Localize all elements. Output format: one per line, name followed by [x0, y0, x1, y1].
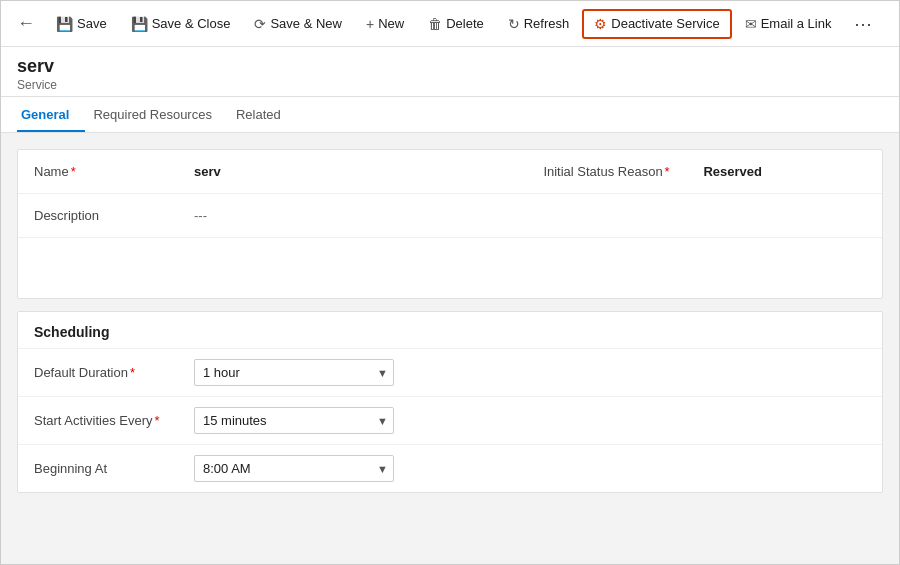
initial-status-value[interactable]: Reserved [703, 164, 762, 179]
default-duration-label: Default Duration* [34, 365, 194, 380]
beginning-at-row: Beginning At 8:00 AM 9:00 AM 10:00 AM ▼ [18, 445, 882, 492]
description-value[interactable]: --- [194, 208, 207, 223]
deactivate-icon: ⚙ [594, 16, 607, 32]
name-label: Name* [34, 164, 194, 179]
more-icon: ⋯ [854, 14, 872, 34]
email-link-button[interactable]: ✉ Email a Link [734, 10, 843, 38]
default-duration-wrapper: 1 hour 30 minutes 2 hours 4 hours ▼ [194, 359, 394, 386]
name-row: Name* serv Initial Status Reason* Reserv… [18, 150, 882, 194]
save-new-button[interactable]: ⟳ Save & New [243, 10, 353, 38]
start-activities-select[interactable]: 15 minutes 30 minutes 1 hour [194, 407, 394, 434]
start-activities-row: Start Activities Every* 15 minutes 30 mi… [18, 397, 882, 445]
tab-general[interactable]: General [17, 97, 85, 132]
start-activities-required: * [154, 413, 159, 428]
description-row: Description --- [18, 194, 882, 238]
more-options-button[interactable]: ⋯ [846, 9, 880, 39]
default-duration-select[interactable]: 1 hour 30 minutes 2 hours 4 hours [194, 359, 394, 386]
beginning-at-select[interactable]: 8:00 AM 9:00 AM 10:00 AM [194, 455, 394, 482]
save-close-button[interactable]: 💾 Save & Close [120, 10, 242, 38]
spacer-row [18, 238, 882, 298]
general-form-section: Name* serv Initial Status Reason* Reserv… [17, 149, 883, 299]
delete-button[interactable]: 🗑 Delete [417, 10, 495, 38]
new-label: New [378, 16, 404, 31]
email-icon: ✉ [745, 16, 757, 32]
save-new-label: Save & New [270, 16, 342, 31]
beginning-at-label: Beginning At [34, 461, 194, 476]
description-label: Description [34, 208, 194, 223]
save-icon: 💾 [56, 16, 73, 32]
beginning-at-wrapper: 8:00 AM 9:00 AM 10:00 AM ▼ [194, 455, 394, 482]
delete-label: Delete [446, 16, 484, 31]
save-label: Save [77, 16, 107, 31]
email-link-label: Email a Link [761, 16, 832, 31]
name-required: * [71, 164, 76, 179]
new-icon: + [366, 16, 374, 32]
tab-bar: General Required Resources Related [1, 97, 899, 133]
initial-status-required: * [665, 164, 670, 179]
deactivate-label: Deactivate Service [611, 16, 719, 31]
duration-required: * [130, 365, 135, 380]
main-content: Name* serv Initial Status Reason* Reserv… [1, 133, 899, 564]
scheduling-title: Scheduling [18, 312, 882, 349]
new-button[interactable]: + New [355, 10, 415, 38]
save-new-icon: ⟳ [254, 16, 266, 32]
save-close-label: Save & Close [152, 16, 231, 31]
record-entity: Service [17, 78, 883, 92]
default-duration-row: Default Duration* 1 hour 30 minutes 2 ho… [18, 349, 882, 397]
deactivate-button[interactable]: ⚙ Deactivate Service [582, 9, 731, 39]
toolbar: ← 💾 Save 💾 Save & Close ⟳ Save & New + N… [1, 1, 899, 47]
refresh-icon: ↻ [508, 16, 520, 32]
tab-required-resources[interactable]: Required Resources [89, 97, 228, 132]
delete-icon: 🗑 [428, 16, 442, 32]
back-button[interactable]: ← [9, 9, 43, 38]
save-close-icon: 💾 [131, 16, 148, 32]
initial-status-label: Initial Status Reason* [543, 164, 703, 179]
start-activities-label: Start Activities Every* [34, 413, 194, 428]
tab-related[interactable]: Related [232, 97, 297, 132]
refresh-button[interactable]: ↻ Refresh [497, 10, 581, 38]
scheduling-section: Scheduling Default Duration* 1 hour 30 m… [17, 311, 883, 493]
initial-status-container: Initial Status Reason* Reserved [543, 164, 866, 179]
save-button[interactable]: 💾 Save [45, 10, 118, 38]
refresh-label: Refresh [524, 16, 570, 31]
name-value[interactable]: serv [194, 164, 221, 179]
record-header: serv Service [1, 47, 899, 97]
record-title: serv [17, 55, 883, 78]
start-activities-wrapper: 15 minutes 30 minutes 1 hour ▼ [194, 407, 394, 434]
